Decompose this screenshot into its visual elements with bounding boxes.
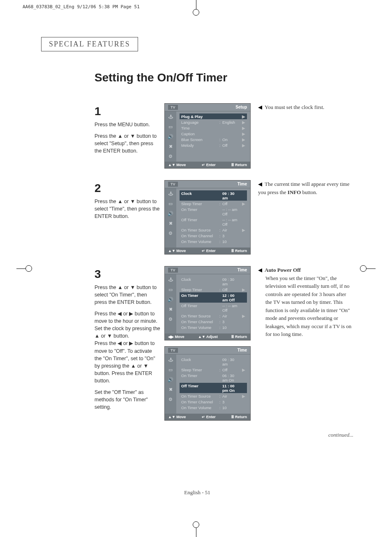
step-2-text: 2 Press the ▲ or ▼ button to select "Tim… bbox=[95, 180, 160, 220]
step-3-text: 3 Press the ▲ or ▼ button to select "On … bbox=[95, 266, 160, 411]
osd-side-icons: 🕹 ▭ 🔊 ✖ ⚙ bbox=[165, 188, 176, 248]
remote-icon: 🕹 bbox=[167, 191, 174, 197]
step-2-num: 2 bbox=[95, 180, 160, 197]
osd-side-icons: 🕹 ▭ 🔊 ✖ ⚙ bbox=[165, 354, 176, 414]
crop-mark-bottom bbox=[188, 521, 204, 537]
osd-list: Clock09 : 30 amSleep Timer:Off▶On Timer1… bbox=[176, 274, 250, 333]
sound-icon: 🔊 bbox=[167, 211, 174, 216]
osd-row: On Timer Channel:3 bbox=[180, 399, 247, 405]
enter-icon: ↵ bbox=[202, 249, 205, 253]
sound-icon: 🔊 bbox=[167, 296, 174, 302]
osd-row: Time▶ bbox=[180, 125, 247, 131]
triangle-icon: ▶ bbox=[258, 180, 262, 188]
osd-row: On Timer Channel:3 bbox=[180, 233, 247, 238]
crop-mark-left bbox=[16, 260, 33, 277]
mute-icon: ✖ bbox=[167, 220, 174, 226]
page-title: Setting the On/Off Timer bbox=[95, 71, 353, 84]
osd-row: Plug & Play▶ bbox=[180, 113, 247, 119]
osd-menu-time-2: TV Time 🕹 ▭ 🔊 ✖ ⚙ Clock09 : 30 amSleep T… bbox=[164, 266, 251, 340]
osd-row: Melody:Off▶ bbox=[180, 142, 247, 148]
step-1-text: 1 Press the MENU button. Press the ▲ or … bbox=[95, 103, 160, 155]
step-3-line-b: Press the ◀ or ▶ button to move to the h… bbox=[95, 310, 160, 340]
osd-row: On Timer Source:Air▶ bbox=[180, 393, 247, 399]
return-icon: Ⅲ bbox=[231, 163, 234, 167]
return-icon: Ⅲ bbox=[231, 415, 234, 419]
osd-row: On Timer Source:Air▶ bbox=[180, 313, 247, 319]
osd-row: On Timer Volume:10 bbox=[180, 405, 247, 410]
step-1-line-a: Press the MENU button. bbox=[95, 121, 160, 128]
sound-icon: 🔊 bbox=[167, 134, 174, 139]
osd-row: On Timer-- : -- am Off bbox=[180, 206, 247, 217]
remote-icon: 🕹 bbox=[167, 357, 174, 363]
mute-icon: ✖ bbox=[167, 144, 174, 149]
osd-footer: ▲▼ Move ↵ Enter Ⅲ Return bbox=[165, 162, 250, 168]
return-icon: Ⅲ bbox=[231, 249, 234, 253]
osd-list: Clock09 : 30 amSleep Timer:Off▶On Timer-… bbox=[176, 188, 250, 248]
osd-title: Time bbox=[238, 182, 247, 187]
osd-row: On Timer Volume:10 bbox=[180, 238, 247, 244]
tv-badge: TV bbox=[168, 268, 178, 273]
osd-row: Caption▶ bbox=[180, 131, 247, 137]
osd-list: Plug & Play▶Language:English▶Time▶Captio… bbox=[176, 111, 250, 162]
step-3-line-d: Set the "Off Timer" as methods for "On T… bbox=[95, 389, 160, 411]
remote-icon: 🕹 bbox=[167, 114, 174, 120]
note-1: ▶You must set the clock first. bbox=[258, 103, 353, 111]
osd-row: Sleep Timer:Off▶ bbox=[180, 367, 247, 373]
osd-footer: ▲▼ Move ↵ Enter Ⅲ Return bbox=[165, 248, 250, 254]
osd-row: Clock09 : 30 am bbox=[180, 190, 247, 201]
osd-row: On Timer Channel:3 bbox=[180, 319, 247, 324]
picture-icon: ▭ bbox=[167, 287, 174, 292]
osd-menu-setup: TV Setup 🕹 ▭ 🔊 ✖ ⚙ Plug & Play▶Language:… bbox=[164, 103, 251, 169]
osd-row: On Timer Volume:10 bbox=[180, 324, 247, 330]
osd-row: Off Timer-- : -- am Off bbox=[180, 217, 247, 227]
osd-menu-time-3: TV Time 🕹 ▭ 🔊 ✖ ⚙ Clock09 : 30 amSleep T… bbox=[164, 346, 251, 421]
picture-icon: ▭ bbox=[167, 367, 174, 373]
step-2-row: 2 Press the ▲ or ▼ button to select "Tim… bbox=[41, 180, 353, 255]
osd-side-icons: 🕹 ▭ 🔊 ✖ ⚙ bbox=[165, 274, 176, 333]
chapter-heading: SPECIAL FEATURES bbox=[41, 37, 138, 51]
osd-row: Language:English▶ bbox=[180, 119, 247, 125]
updown-icon: ▲▼ bbox=[168, 415, 175, 419]
osd-footer: ◀▶ Move ▲▼ Adjust Ⅲ Return bbox=[165, 333, 250, 340]
mute-icon: ✖ bbox=[167, 306, 174, 312]
step-1-row: 1 Press the MENU button. Press the ▲ or … bbox=[41, 103, 353, 169]
enter-icon: ↵ bbox=[202, 415, 205, 419]
return-icon: Ⅲ bbox=[231, 335, 234, 339]
step-3-num: 3 bbox=[95, 266, 160, 283]
osd-row: Clock09 : 30 am bbox=[180, 356, 247, 367]
crop-mark-top bbox=[188, 0, 204, 16]
osd-row: On Timer Source:Air▶ bbox=[180, 227, 247, 233]
remote-icon: 🕹 bbox=[167, 277, 174, 282]
updown-icon: ▲▼ bbox=[168, 163, 175, 167]
leftright-icon: ◀▶ bbox=[168, 335, 174, 339]
osd-row: Off Timer-- : -- am Off bbox=[180, 303, 247, 313]
enter-icon: ↵ bbox=[202, 163, 205, 167]
osd-footer: ▲▼ Move ↵ Enter Ⅲ Return bbox=[165, 414, 250, 420]
osd-list: Clock09 : 30 amSleep Timer:Off▶On Timer0… bbox=[176, 354, 250, 414]
mute-icon: ✖ bbox=[167, 387, 174, 392]
note-2: ▶The current time will appear every time… bbox=[258, 180, 353, 196]
osd-menu-time-1: TV Time 🕹 ▭ 🔊 ✖ ⚙ Clock09 : 30 amSleep T… bbox=[164, 180, 251, 255]
crop-mark-right bbox=[359, 260, 376, 277]
continued-text: continued... bbox=[328, 432, 353, 438]
updown-icon: ▲▼ bbox=[168, 249, 175, 253]
osd-row: Off Timer11 : 00 pm On bbox=[180, 383, 247, 393]
tv-badge: TV bbox=[168, 348, 178, 353]
osd-title: Time bbox=[238, 268, 247, 273]
note-3: ▶Auto Power Off When you set the timer "… bbox=[258, 266, 353, 338]
step-3-line-c: Press the ◀ or ▶ button to move to "Off"… bbox=[95, 340, 160, 384]
osd-row: On Timer12 : 00 am Off bbox=[180, 292, 247, 303]
tv-badge: TV bbox=[168, 105, 178, 110]
osd-row: On Timer06 : 30 am On bbox=[180, 373, 247, 383]
osd-row: Sleep Timer:Off▶ bbox=[180, 201, 247, 206]
step-3-line-a: Press the ▲ or ▼ button to select "On Ti… bbox=[95, 284, 160, 306]
osd-title: Time bbox=[238, 348, 247, 353]
picture-icon: ▭ bbox=[167, 124, 174, 130]
triangle-icon: ▶ bbox=[258, 266, 262, 274]
tv-badge: TV bbox=[168, 182, 178, 187]
sound-icon: 🔊 bbox=[167, 377, 174, 382]
setup-icon: ⚙ bbox=[167, 153, 174, 159]
updown-icon: ▲▼ bbox=[198, 335, 205, 339]
osd-title: Setup bbox=[235, 105, 247, 110]
page-number: English - 51 bbox=[41, 489, 353, 496]
